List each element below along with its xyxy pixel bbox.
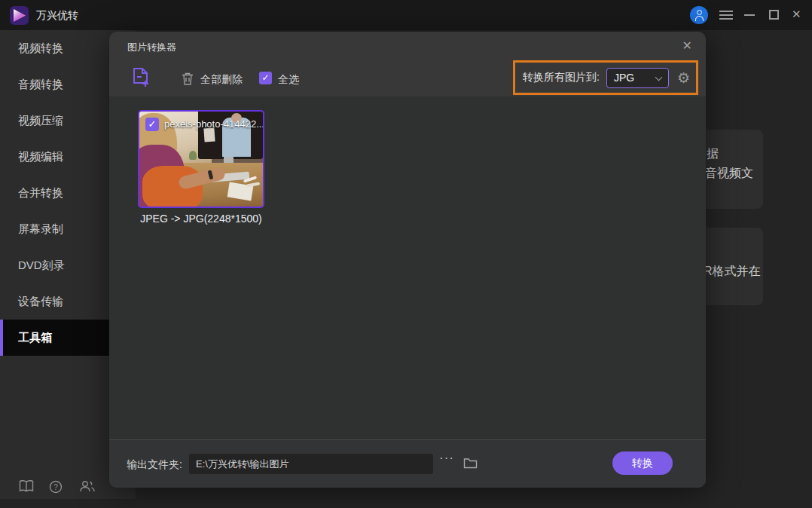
image-thumbnail[interactable]: ✓ pexels-photo-414422... [138, 110, 264, 208]
convert-to-label: 转换所有图片到: [523, 71, 600, 84]
item-checkbox[interactable]: ✓ [145, 118, 159, 131]
card-text-fragment: 音视频文 [705, 166, 753, 182]
item-filename: pexels-photo-414422... [164, 118, 264, 130]
sidebar-bottom-strip [0, 499, 136, 508]
add-file-icon[interactable] [131, 67, 151, 88]
output-path-input[interactable] [189, 454, 433, 474]
app-logo-icon [10, 6, 29, 25]
format-dropdown[interactable]: JPG [606, 68, 669, 88]
minimize-icon[interactable] [744, 14, 755, 16]
select-all-label[interactable]: 全选 [278, 73, 299, 87]
app-title: 万兴优转 [36, 9, 78, 23]
image-list: ✓ pexels-photo-414422... JPEG -> JPG(224… [109, 96, 706, 439]
card-text-fragment: 据 [707, 146, 719, 162]
image-converter-dialog: 图片转换器 ✕ 全部删除 ✓ 全选 转换所有图片到: JPG ⚙ [109, 32, 706, 488]
svg-text:?: ? [53, 483, 58, 491]
dialog-title: 图片转换器 [127, 41, 176, 54]
annotation-highlight-box: 转换所有图片到: JPG ⚙ [513, 60, 698, 95]
help-icon[interactable]: ? [49, 480, 63, 494]
maximize-icon[interactable] [769, 10, 779, 20]
item-conversion-caption: JPEG -> JPG(2248*1500) [130, 213, 273, 225]
format-value: JPG [614, 72, 634, 84]
dialog-footer: 输出文件夹: ··· 转换 [109, 439, 706, 488]
open-folder-icon[interactable] [463, 457, 478, 469]
select-all-checkbox[interactable]: ✓ [259, 72, 272, 84]
card-text-fragment: R格式并在 [704, 264, 761, 280]
output-folder-label: 输出文件夹: [127, 458, 182, 472]
browse-ellipsis-button[interactable]: ··· [439, 451, 454, 466]
app-window: 万兴优转 ✕ 视频转换 音频转换 视频压缩 视频编辑 合并转换 屏幕录制 DVD… [0, 0, 812, 508]
close-icon[interactable]: ✕ [792, 8, 801, 21]
dialog-close-icon[interactable]: ✕ [682, 38, 692, 53]
convert-button[interactable]: 转换 [612, 451, 673, 475]
user-avatar-icon[interactable] [690, 6, 708, 24]
menu-icon[interactable] [719, 11, 733, 20]
titlebar: 万兴优转 ✕ [0, 0, 812, 30]
gear-icon[interactable]: ⚙ [677, 68, 690, 88]
delete-all-button[interactable]: 全部删除 [200, 73, 243, 87]
trash-icon[interactable] [181, 72, 194, 86]
users-icon[interactable] [79, 480, 96, 493]
chevron-down-icon [655, 73, 663, 81]
book-icon[interactable] [19, 480, 34, 492]
